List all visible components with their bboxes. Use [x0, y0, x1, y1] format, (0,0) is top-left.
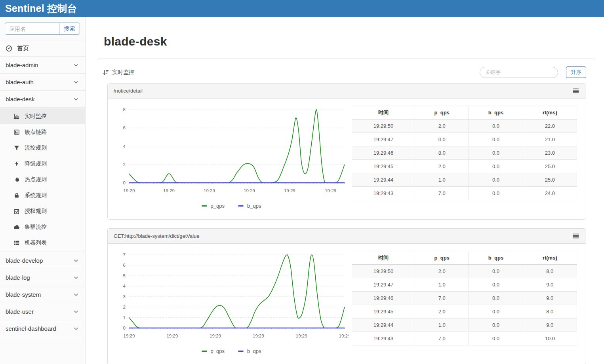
table-cell: 24.0	[523, 187, 577, 200]
lock-icon	[13, 192, 20, 199]
sidebar-item-cluster-link[interactable]: 簇点链路	[0, 124, 85, 140]
svg-text:2: 2	[123, 162, 126, 167]
table-row: 19:29:437.00.010.0	[352, 332, 577, 345]
sidebar-item-realtime-monitor[interactable]: 实时监控	[0, 108, 85, 124]
table-cell: 19:29:46	[352, 146, 415, 160]
legend-dash	[238, 205, 244, 207]
svg-text:4: 4	[123, 144, 126, 149]
resource-panel: GET:http://blade-system/dict/getValue 01…	[107, 228, 586, 364]
svg-text:6: 6	[123, 263, 126, 267]
table-cell: 0.0	[469, 119, 523, 133]
legend-label: p_qps	[211, 203, 225, 209]
table-header-cell: 时间	[352, 251, 415, 265]
table-row: 19:29:441.00.09.0	[352, 318, 577, 332]
table-cell: 19:29:43	[352, 187, 415, 200]
sidebar-group-blade-admin[interactable]: blade-admin	[0, 56, 85, 73]
sidebar-item-hotspot-rules[interactable]: 热点规则	[0, 172, 85, 188]
svg-text:5: 5	[123, 273, 126, 278]
cloud-icon	[13, 224, 20, 230]
svg-text:19:29: 19:29	[124, 188, 135, 193]
legend-item-p_qps: p_qps	[202, 203, 225, 209]
chart-legend: p_qpsb_qps	[111, 203, 352, 209]
gauge-icon	[6, 45, 12, 52]
chevron-down-icon	[74, 78, 78, 85]
app-search-group: 搜索	[5, 23, 80, 35]
svg-text:19:29: 19:29	[339, 334, 349, 338]
sidebar-item-degrade-rules[interactable]: 降级规则	[0, 156, 85, 172]
table-header-cell: rt(ms)	[523, 106, 577, 119]
sidebar: 搜索 首页 blade-admin blade-auth blade-desk	[0, 17, 86, 364]
chart-legend: p_qpsb_qps	[111, 348, 352, 354]
svg-text:19:29: 19:29	[253, 334, 264, 338]
sidebar-group-blade-develop[interactable]: blade-develop	[0, 252, 85, 269]
app-search-input[interactable]	[5, 23, 59, 34]
sidebar-item-flow-rules[interactable]: 流控规则	[0, 140, 85, 156]
sidebar-item-machine-list[interactable]: 机器列表	[0, 235, 85, 251]
table-row: 19:29:471.00.09.0	[352, 278, 577, 292]
table-row: 19:29:502.00.08.0	[352, 265, 577, 278]
sidebar-group-blade-log[interactable]: blade-log	[0, 269, 85, 286]
sort-order-button[interactable]: 升序	[566, 66, 586, 78]
table-row: 19:29:452.00.08.0	[352, 305, 577, 318]
legend-dash	[202, 351, 207, 352]
app-search-button[interactable]: 搜索	[59, 23, 80, 34]
svg-text:0: 0	[123, 326, 126, 330]
table-cell: 19:29:46	[352, 292, 415, 305]
table-cell: 9.0	[523, 318, 577, 332]
table-row: 19:29:441.00.025.0	[352, 173, 577, 187]
svg-text:19:29: 19:29	[325, 188, 336, 193]
svg-text:3: 3	[123, 294, 126, 299]
table-header-cell: b_qps	[469, 106, 523, 119]
svg-text:0: 0	[123, 180, 126, 185]
menu-icon[interactable]	[572, 233, 580, 239]
sidebar-group-blade-user[interactable]: blade-user	[0, 303, 85, 320]
keyword-input[interactable]	[480, 67, 558, 78]
menu-icon[interactable]	[572, 87, 580, 94]
legend-item-b_qps: b_qps	[238, 348, 261, 354]
svg-text:19:29: 19:29	[124, 334, 135, 338]
svg-text:1: 1	[123, 315, 126, 320]
table-cell: 19:29:45	[352, 305, 415, 318]
table-cell: 8.0	[523, 265, 577, 278]
chevron-down-icon	[74, 61, 78, 68]
table-cell: 19:29:45	[352, 160, 415, 173]
sidebar-group-blade-desk[interactable]: blade-desk	[0, 90, 85, 107]
legend-dash	[202, 205, 207, 207]
svg-text:2: 2	[123, 305, 126, 309]
legend-item-b_qps: b_qps	[238, 203, 261, 209]
table-cell: 8.0	[523, 305, 577, 318]
blade-desk-submenu: 实时监控 簇点链路 流控规则 降级规则	[0, 107, 85, 252]
sidebar-item-home[interactable]: 首页	[0, 40, 85, 56]
table-cell: 9.0	[523, 278, 577, 292]
resource-name: GET:http://blade-system/dict/getValue	[114, 233, 200, 239]
legend-label: b_qps	[247, 203, 261, 209]
table-cell: 9.0	[523, 292, 577, 305]
table-cell: 0.0	[415, 133, 469, 146]
resource-name: /notice/detail	[114, 88, 143, 94]
svg-text:19:29: 19:29	[166, 334, 178, 338]
main-content: blade-desk 实时监控 升序 /notice/detail	[86, 17, 604, 364]
sidebar-item-system-rules[interactable]: 系统规则	[0, 188, 85, 203]
qps-line-chart: 0246819:2919:2919:2919:2919:2919:29	[111, 105, 349, 198]
filter-icon	[13, 145, 20, 151]
table-cell: 19:29:50	[352, 119, 415, 133]
bar-chart-icon	[13, 113, 20, 119]
check-square-icon	[13, 208, 20, 214]
chevron-down-icon	[74, 291, 78, 298]
table-cell: 1.0	[415, 173, 469, 187]
sidebar-group-blade-auth[interactable]: blade-auth	[0, 73, 85, 90]
table-row: 19:29:470.00.021.0	[352, 133, 577, 146]
svg-text:19:29: 19:29	[163, 188, 175, 193]
table-cell: 19:29:44	[352, 173, 415, 187]
sidebar-group-blade-system[interactable]: blade-system	[0, 286, 85, 303]
table-cell: 7.0	[415, 187, 469, 200]
top-navbar: Sentinel 控制台	[0, 0, 604, 17]
sidebar-item-cluster-flow[interactable]: 集群流控	[0, 219, 85, 235]
sidebar-group-sentinel-dashboard[interactable]: sentinel-dashboard	[0, 320, 85, 337]
table-header-cell: rt(ms)	[523, 251, 577, 265]
table-cell: 0.0	[469, 146, 523, 160]
chevron-down-icon	[74, 308, 78, 315]
sidebar-item-authority-rules[interactable]: 授权规则	[0, 203, 85, 219]
table-cell: 10.0	[523, 332, 577, 345]
qps-line-chart: 0123456719:2919:2919:2919:2919:2919:29	[111, 250, 349, 343]
